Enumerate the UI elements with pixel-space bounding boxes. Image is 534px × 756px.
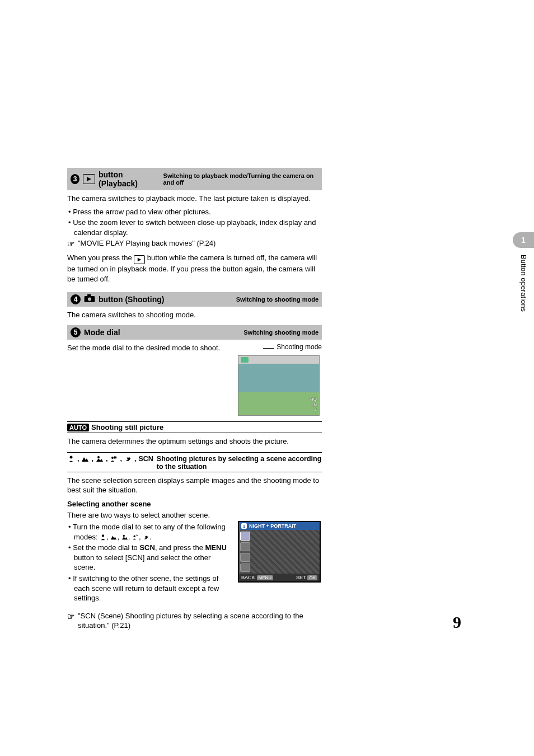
photo-hud: HQ IN 4 bbox=[310, 397, 317, 413]
svg-marker-13 bbox=[122, 537, 128, 539]
svg-marker-0 bbox=[87, 177, 91, 181]
page-number: 9 bbox=[453, 613, 461, 632]
section3-bullet2: Use the zoom lever to switch between clo… bbox=[67, 218, 322, 237]
svg-point-7 bbox=[97, 456, 100, 458]
lcd-side-item bbox=[240, 532, 250, 541]
section3-bullet1: Press the arrow pad to view other pictur… bbox=[67, 207, 322, 217]
auto-heading: AUTO Shooting still picture bbox=[67, 423, 322, 433]
section5-title: Mode dial bbox=[84, 328, 120, 337]
svg-marker-1 bbox=[138, 258, 141, 261]
lcd-side-item bbox=[240, 542, 250, 551]
reference-icon: ☞ bbox=[67, 238, 74, 250]
section3-p2a: When you press the bbox=[67, 253, 134, 262]
playback-icon-inline bbox=[134, 255, 145, 264]
reference-icon: ☞ bbox=[67, 611, 74, 622]
scene-subheading: Selecting another scene bbox=[67, 500, 322, 508]
svg-marker-8 bbox=[96, 458, 103, 462]
hud-quality: HQ bbox=[310, 397, 317, 402]
scene-bullet3: If switching to the other scene, the set… bbox=[67, 574, 232, 603]
scene-b1-text: Turn the mode dial to set to any of the … bbox=[73, 523, 226, 541]
lcd-side-item bbox=[240, 553, 250, 562]
lcd-set-btn: OK bbox=[307, 575, 317, 580]
menu-bold: MENU bbox=[205, 543, 227, 552]
section5-subtitle: Switching shooting mode bbox=[243, 329, 318, 336]
svg-point-5 bbox=[70, 456, 73, 458]
section3-intro: The camera switches to playback mode. Th… bbox=[67, 194, 322, 204]
scene-heading: , , , , , SCN Shooting pictures by selec… bbox=[67, 454, 322, 472]
svg-point-12 bbox=[123, 535, 124, 537]
lcd-header: 1 NIGHT + PORTRAIT bbox=[239, 522, 320, 530]
svg-marker-6 bbox=[82, 457, 88, 462]
sample-photo-preview: HQ IN 4 bbox=[238, 355, 320, 416]
lcd-back-btn: MENU bbox=[257, 575, 274, 580]
mode-indicator-icon bbox=[241, 357, 249, 363]
scene-bullet1: Turn the mode dial to set to any of the … bbox=[67, 522, 232, 542]
scene-ref: ☞ "SCN (Scene) Shooting pictures by sele… bbox=[67, 611, 322, 631]
auto-intro: The camera determines the optimum settin… bbox=[67, 436, 322, 447]
scene-ref-text: "SCN (Scene) Shooting pictures by select… bbox=[78, 611, 322, 631]
lcd-set: SETOK bbox=[296, 575, 317, 580]
scene-bullet2: Set the mode dial to SCN, and press the … bbox=[67, 543, 232, 572]
svg-marker-11 bbox=[111, 536, 116, 539]
section5-number: 5 bbox=[71, 327, 81, 337]
scene-p2: There are two ways to select another sce… bbox=[67, 510, 322, 520]
photo-body: HQ IN 4 bbox=[238, 364, 319, 415]
section3-subtitle: Switching to playback mode/Turning the c… bbox=[163, 172, 318, 186]
auto-title: Shooting still picture bbox=[91, 423, 163, 431]
section3-p2: When you press the button while the came… bbox=[67, 253, 322, 284]
section3-header: 3 button (Playback) Switching to playbac… bbox=[67, 168, 322, 190]
lcd-side-item bbox=[240, 564, 250, 572]
chapter-label: Button operations bbox=[519, 255, 528, 312]
svg-point-4 bbox=[88, 297, 91, 300]
scn-bold: SCN bbox=[139, 543, 154, 552]
scene-b2b: , and press the bbox=[155, 543, 205, 552]
divider bbox=[67, 421, 322, 422]
lcd-main-image bbox=[250, 530, 320, 574]
svg-point-10 bbox=[102, 534, 104, 537]
section3-number: 3 bbox=[71, 174, 79, 184]
scene-mode-icons: , , , , , SCN bbox=[67, 455, 153, 463]
svg-point-9 bbox=[111, 457, 114, 459]
scene-b2a: Set the mode dial to bbox=[73, 543, 139, 552]
section5-intro: Set the mode dial to the desired mode to… bbox=[67, 343, 232, 353]
hud-count: 4 bbox=[310, 407, 317, 413]
section5-header: 5 Mode dial Switching shooting mode bbox=[67, 325, 322, 340]
scn-label: SCN bbox=[138, 455, 153, 463]
section3-ref-text: "MOVIE PLAY Playing back movies" (P.24) bbox=[78, 238, 216, 248]
photo-top-bar bbox=[238, 356, 319, 364]
svg-point-14 bbox=[134, 535, 135, 537]
playback-icon bbox=[83, 174, 95, 184]
section4-intro: The camera switches to shooting mode. bbox=[67, 310, 322, 320]
shooting-mode-label: Shooting mode bbox=[277, 343, 322, 351]
auto-tag: AUTO bbox=[67, 424, 89, 431]
section4-title: button (Shooting) bbox=[99, 295, 164, 304]
camera-icon bbox=[84, 294, 95, 304]
lcd-header-text: NIGHT + PORTRAIT bbox=[249, 523, 296, 529]
scene-lcd-preview: 1 NIGHT + PORTRAIT BACKMENU bbox=[238, 521, 321, 583]
chapter-side-tab: 1 Button operations bbox=[513, 232, 534, 312]
lcd-header-num: 1 bbox=[241, 523, 247, 529]
section3-ref: ☞ "MOVIE PLAY Playing back movies" (P.24… bbox=[67, 238, 322, 250]
scene-b2c: button to select [SCN] and select the ot… bbox=[74, 553, 210, 572]
svg-rect-3 bbox=[87, 294, 91, 297]
scene-intro: The scene selection screen displays samp… bbox=[67, 476, 322, 495]
lcd-body bbox=[239, 530, 320, 574]
divider bbox=[67, 452, 322, 453]
scene-title: Shooting pictures by selecting a scene a… bbox=[157, 455, 322, 471]
section4-number: 4 bbox=[71, 294, 81, 304]
lcd-back: BACKMENU bbox=[241, 575, 273, 580]
section3-title: button (Playback) bbox=[99, 170, 158, 188]
lcd-side-icons bbox=[239, 530, 250, 574]
section4-subtitle: Switching to shooting mode bbox=[236, 296, 318, 303]
lcd-footer: BACKMENU SETOK bbox=[239, 574, 320, 581]
section4-header: 4 button (Shooting) Switching to shootin… bbox=[67, 292, 322, 307]
chapter-number-pill: 1 bbox=[513, 232, 534, 248]
